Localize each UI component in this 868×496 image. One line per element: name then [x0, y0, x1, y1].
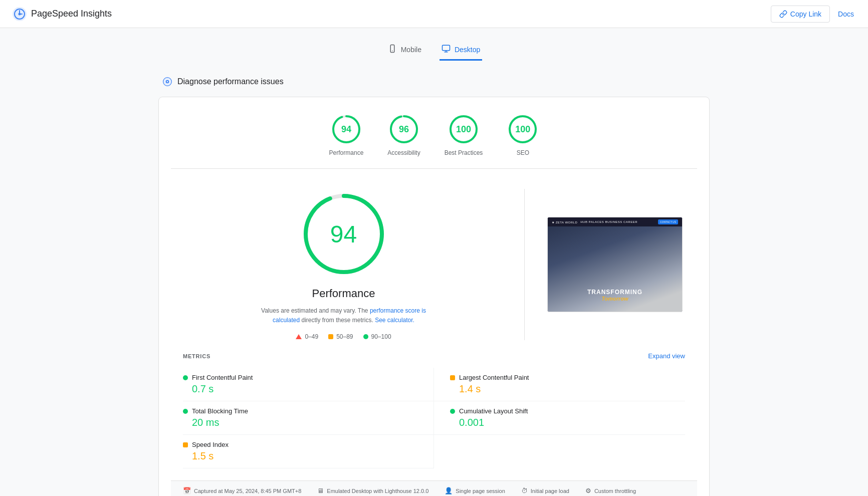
tbt-name: Total Blocking Time [192, 407, 248, 415]
tab-desktop[interactable]: Desktop [440, 40, 482, 61]
pass-circle-icon [363, 334, 368, 339]
footer-captured-text: Captured at May 25, 2024, 8:45 PM GMT+8 [194, 488, 301, 494]
metric-lcp-header: Largest Contentful Paint [450, 374, 685, 381]
header-right: Copy Link Docs [771, 6, 856, 23]
metric-cls: Cumulative Layout Shift 0.001 [434, 401, 685, 435]
screenshot-area: ★ ZETA WORLD HUB PALACES BUSINESS CAREER… [545, 189, 685, 340]
performance-section: 94 Performance Values are estimated and … [171, 169, 697, 352]
cls-status-icon [450, 409, 455, 414]
screenshot-tagline-sub-text: Tomorrow [587, 296, 642, 302]
svg-point-8 [167, 81, 168, 83]
lcp-name: Largest Contentful Paint [459, 374, 529, 381]
large-score-circle: 94 [299, 189, 389, 279]
metric-si-header: Speed Index [183, 441, 417, 448]
cls-name: Cumulative Layout Shift [459, 407, 528, 415]
legend-fail: 0–49 [296, 333, 318, 340]
perf-divider [524, 189, 525, 340]
score-value-seo: 100 [515, 124, 530, 135]
legend-average-range: 50–89 [336, 333, 353, 340]
footer-emulated: 🖥 Emulated Desktop with Lighthouse 12.0.… [317, 487, 428, 494]
score-label-best-practices: Best Practices [445, 149, 483, 156]
tab-desktop-label: Desktop [455, 46, 480, 54]
si-value: 1.5 s [192, 450, 417, 462]
screenshot-tagline: TRANSFORMING Tomorrow [587, 289, 642, 302]
metric-cls-header: Cumulative Layout Shift [450, 407, 685, 415]
score-circle-seo: 100 [507, 113, 539, 145]
lcp-value: 1.4 s [459, 383, 685, 395]
clock-icon: ⏱ [521, 487, 528, 494]
tab-mobile[interactable]: Mobile [386, 40, 423, 61]
mobile-icon [388, 44, 397, 55]
screenshot-tagline-main-text: TRANSFORMING [587, 289, 642, 296]
score-item-performance[interactable]: 94 Performance [329, 113, 364, 156]
app-title: PageSpeed Insights [31, 9, 112, 19]
link-icon [779, 10, 787, 18]
header: PageSpeed Insights Copy Link Docs [0, 0, 868, 28]
user-icon: 👤 [445, 487, 453, 494]
calendar-icon: 📅 [183, 487, 191, 494]
perf-desc-text: Values are estimated and may vary. The [261, 307, 368, 314]
metric-tbt-header: Total Blocking Time [183, 407, 417, 415]
copy-link-label: Copy Link [790, 10, 821, 18]
svg-point-2 [19, 13, 21, 15]
copy-link-button[interactable]: Copy Link [771, 6, 830, 23]
tbt-value: 20 ms [192, 417, 417, 428]
fcp-name: First Contentful Paint [192, 374, 253, 381]
score-circle-performance: 94 [330, 113, 362, 145]
expand-view-link[interactable]: Expand view [648, 352, 685, 360]
scores-row: 94 Performance 96 Accessibility [171, 113, 697, 169]
device-tabs: Mobile Desktop [158, 40, 710, 61]
footer-session: 👤 Single page session [445, 487, 505, 494]
footer-session-text: Single page session [456, 488, 505, 494]
score-circle-best-practices: 100 [448, 113, 480, 145]
large-score-value: 94 [330, 220, 357, 248]
metrics-title: METRICS [183, 353, 210, 359]
screenshot-brand: ★ ZETA WORLD [552, 220, 577, 224]
performance-left: 94 Performance Values are estimated and … [183, 189, 504, 340]
desktop-footer-icon: 🖥 [317, 487, 324, 494]
average-square-icon [328, 334, 333, 339]
legend-pass-range: 90–100 [371, 333, 391, 340]
score-value-performance: 94 [341, 124, 351, 135]
footer-info: 📅 Captured at May 25, 2024, 8:45 PM GMT+… [171, 480, 697, 496]
legend-pass: 90–100 [363, 333, 391, 340]
si-status-icon [183, 442, 188, 447]
perf-calculator-link[interactable]: See calculator. [375, 317, 414, 324]
legend-fail-range: 0–49 [305, 333, 318, 340]
scores-card: 94 Performance 96 Accessibility [158, 97, 710, 496]
diagnose-icon [162, 77, 172, 87]
metrics-section: METRICS Expand view First Contentful Pai… [171, 352, 697, 480]
performance-description: Values are estimated and may vary. The p… [254, 306, 434, 325]
score-item-seo[interactable]: 100 SEO [507, 113, 539, 156]
metric-lcp: Largest Contentful Paint 1.4 s [434, 368, 685, 401]
footer-initial-load-text: Initial page load [531, 488, 569, 494]
score-label-accessibility: Accessibility [387, 149, 420, 156]
metric-si: Speed Index 1.5 s [183, 435, 434, 468]
fcp-status-icon [183, 375, 188, 380]
metrics-grid: First Contentful Paint 0.7 s Largest Con… [183, 368, 685, 468]
metric-fcp: First Contentful Paint 0.7 s [183, 368, 434, 401]
screenshot-navbar: ★ ZETA WORLD HUB PALACES BUSINESS CAREER… [548, 217, 682, 226]
footer-throttling: ⚙ Custom throttling [585, 487, 636, 494]
score-value-best-practices: 100 [456, 124, 471, 135]
legend-average: 50–89 [328, 333, 353, 340]
tab-mobile-label: Mobile [401, 46, 421, 54]
score-item-best-practices[interactable]: 100 Best Practices [445, 113, 483, 156]
performance-title: Performance [312, 287, 375, 300]
screenshot-main-content: TRANSFORMING Tomorrow [548, 226, 682, 312]
legend: 0–49 50–89 90–100 [296, 333, 391, 340]
fcp-value: 0.7 s [192, 383, 417, 395]
main-content: Mobile Desktop Diagnose performance issu… [150, 28, 718, 496]
fail-triangle-icon [296, 334, 302, 339]
footer-captured: 📅 Captured at May 25, 2024, 8:45 PM GMT+… [183, 487, 301, 494]
score-item-accessibility[interactable]: 96 Accessibility [387, 113, 420, 156]
docs-link[interactable]: Docs [836, 6, 856, 22]
score-label-performance: Performance [329, 149, 364, 156]
lcp-status-icon [450, 375, 455, 380]
pagespeed-logo-icon [12, 7, 27, 22]
diagnose-section: Diagnose performance issues [158, 77, 710, 87]
score-label-seo: SEO [517, 149, 529, 156]
footer-throttling-text: Custom throttling [594, 488, 636, 494]
metric-fcp-header: First Contentful Paint [183, 374, 417, 381]
footer-emulated-text: Emulated Desktop with Lighthouse 12.0.0 [327, 488, 428, 494]
